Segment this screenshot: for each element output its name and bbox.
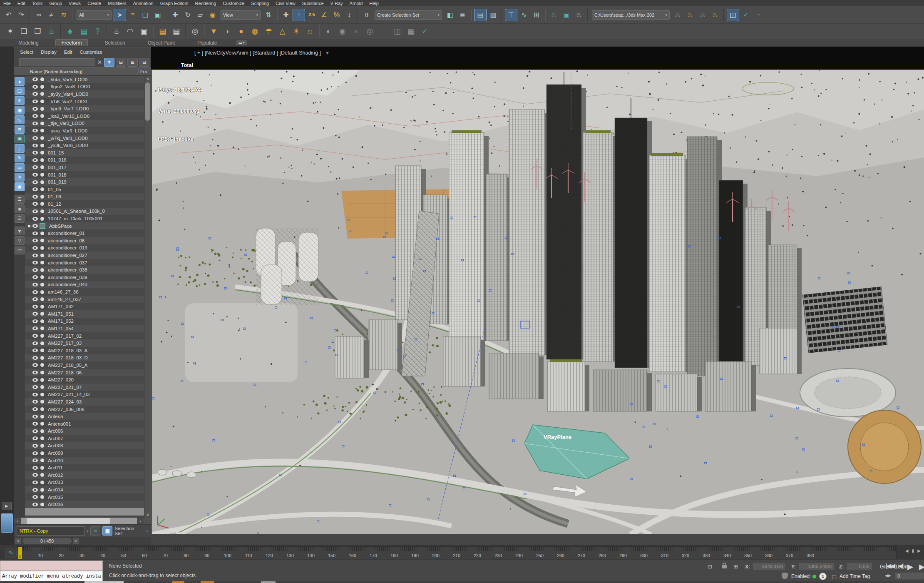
visibility-eye-icon[interactable] <box>32 202 38 206</box>
list-item[interactable]: AM227_017_03 <box>25 339 144 347</box>
list-item[interactable]: _bpn9_Var7_LOD0 <box>25 105 144 112</box>
hscrollbar-thumb[interactable] <box>27 518 110 524</box>
list-item[interactable]: _b1i6_Var2_LOD0 <box>25 98 144 105</box>
explorer-menu-customize[interactable]: Customize <box>80 50 102 55</box>
container-view-icon[interactable]: ▭ <box>15 246 25 254</box>
visibility-eye-icon[interactable] <box>32 297 38 301</box>
dome-icon[interactable]: ◠ <box>124 25 137 37</box>
visibility-eye-icon[interactable] <box>32 488 38 492</box>
tripod-light-icon[interactable]: ▼ <box>207 25 220 37</box>
counter-next-button[interactable]: > <box>73 538 79 544</box>
visibility-eye-icon[interactable] <box>32 385 38 389</box>
list-item[interactable]: Antena <box>25 413 144 420</box>
visibility-eye-icon[interactable] <box>32 224 38 228</box>
visibility-eye-icon[interactable] <box>32 151 38 154</box>
list-item[interactable]: AM227_018_06 <box>25 369 144 376</box>
visibility-eye-icon[interactable] <box>32 422 38 426</box>
menu-views[interactable]: Views <box>65 1 84 6</box>
render-setup-icon[interactable]: ♨ <box>548 9 560 21</box>
schematic-view-button[interactable]: ▦ <box>102 526 112 536</box>
list-item[interactable]: 01_05 <box>25 186 144 193</box>
list-item[interactable]: AM227_020 <box>25 376 144 384</box>
visibility-eye-icon[interactable] <box>32 473 38 477</box>
visibility-eye-icon[interactable] <box>32 466 38 470</box>
list-item[interactable] <box>25 508 144 516</box>
visibility-eye-icon[interactable] <box>32 503 38 506</box>
isolate-selection-icon[interactable]: ⊡ <box>708 563 712 570</box>
half-sphere-icon[interactable]: ◐ <box>322 25 335 37</box>
menu-group[interactable]: Group <box>46 1 65 6</box>
visibility-eye-icon[interactable] <box>32 305 38 309</box>
list-item[interactable]: _tfje_Var3_LOD0 <box>25 120 144 127</box>
selection-filter-dropdown[interactable]: All▾ <box>77 10 112 20</box>
dome-light-icon[interactable]: ◗ <box>221 25 234 37</box>
list-item[interactable]: Arc008 <box>25 442 144 450</box>
maxscript-mini-listener[interactable]: Array modifier menu already installed <box>0 571 103 581</box>
visibility-eye-icon[interactable] <box>32 195 38 199</box>
menu-substance[interactable]: Substance <box>299 1 327 6</box>
menu-help[interactable]: Help <box>366 1 382 6</box>
help-icon[interactable]: ? <box>91 25 104 37</box>
list-item[interactable]: airconditioner_01 <box>25 229 144 237</box>
visibility-eye-icon[interactable] <box>32 451 38 455</box>
visibility-eye-icon[interactable] <box>32 326 38 330</box>
explorer-menu-display[interactable]: Display <box>41 50 57 55</box>
teapot-clipboard-icon[interactable]: ♨ <box>45 25 58 37</box>
prev-key-icon[interactable]: ◀ <box>905 548 909 553</box>
panels-icon[interactable]: ◫ <box>391 25 404 37</box>
notes-document-icon[interactable]: ▤ <box>77 25 90 37</box>
list-item[interactable]: _yx3k_Var6_LOD0 <box>25 142 144 149</box>
visibility-eye-icon[interactable] <box>32 371 38 374</box>
select-and-link-icon[interactable]: ∞ <box>33 9 45 21</box>
list-item[interactable]: AM171_054 <box>25 325 144 332</box>
list-item[interactable]: AM227_021_07 <box>25 384 144 391</box>
menu-civil-view[interactable]: Civil View <box>272 1 298 6</box>
visibility-eye-icon[interactable] <box>32 92 38 96</box>
display-geometry-icon[interactable]: ● <box>15 77 25 86</box>
display-lights-icon[interactable]: ☀ <box>15 96 25 105</box>
scroll-right-icon[interactable]: › <box>137 518 144 524</box>
align-icon[interactable]: ≣ <box>457 9 468 21</box>
adaptive-degradation-icon[interactable] <box>782 573 788 579</box>
menu-modifiers[interactable]: Modifiers <box>104 1 130 6</box>
scroll-down-icon[interactable]: ∨ <box>144 513 151 517</box>
filter-clear-icon[interactable]: ▽ <box>15 236 25 245</box>
menu-graph-editors[interactable]: Graph Editors <box>157 1 192 6</box>
dark-teapot-icon[interactable]: ♨ <box>377 25 390 37</box>
frame-spinner-icon[interactable]: ◀▶ <box>885 573 892 578</box>
display-shapes-icon[interactable]: ❏ <box>15 87 25 95</box>
render-setup-alt-icon[interactable]: ♨ <box>697 9 708 21</box>
display-frozen-icon[interactable]: ✳ <box>15 173 25 182</box>
visibility-eye-icon[interactable] <box>32 122 38 125</box>
use-pivot-point-icon[interactable]: ⇅ <box>263 9 274 21</box>
list-item[interactable]: _usra_Var9_LOD0 <box>25 127 144 135</box>
list-item[interactable]: AM227_021_14_03 <box>25 391 144 399</box>
visibility-eye-icon[interactable] <box>32 144 38 147</box>
search-filter-button[interactable]: ▼ <box>104 58 114 67</box>
list-item[interactable]: airconditioner_08 <box>25 237 144 244</box>
scrollbar-thumb[interactable] <box>145 82 150 121</box>
current-frame-field[interactable]: 0 <box>895 572 924 580</box>
list-item[interactable]: Arc016 <box>25 501 144 508</box>
angle-snap-icon[interactable]: ∠ <box>318 9 330 21</box>
filter-settings-icon[interactable]: ▼ <box>15 227 25 235</box>
unlink-selection-icon[interactable]: ≠ <box>45 9 57 21</box>
visibility-eye-icon[interactable] <box>32 436 38 440</box>
z-coord-field[interactable]: 0.0m <box>847 563 872 570</box>
visibility-eye-icon[interactable] <box>32 232 38 235</box>
visibility-eye-icon[interactable] <box>32 246 38 250</box>
rings-icon[interactable]: ◎ <box>363 25 376 37</box>
tab-selection[interactable]: Selection <box>99 40 131 46</box>
snaps-toggle-icon[interactable]: ↑ <box>293 9 305 21</box>
visibility-eye-icon[interactable] <box>32 261 38 264</box>
visibility-eye-icon[interactable] <box>32 158 38 162</box>
dark-sphere-icon[interactable]: ● <box>350 25 363 37</box>
maxscript-edit-icon[interactable]: {} <box>361 9 373 21</box>
forest-icon[interactable]: ♣ <box>64 25 77 37</box>
visibility-eye-icon[interactable] <box>32 378 38 382</box>
search-input[interactable] <box>19 58 95 66</box>
visibility-eye-icon[interactable] <box>32 187 38 191</box>
menu-create[interactable]: Create <box>84 1 104 6</box>
tab-object-paint[interactable]: Object Paint <box>142 40 181 46</box>
time-slider-playhead[interactable]: 0 <box>18 547 22 559</box>
